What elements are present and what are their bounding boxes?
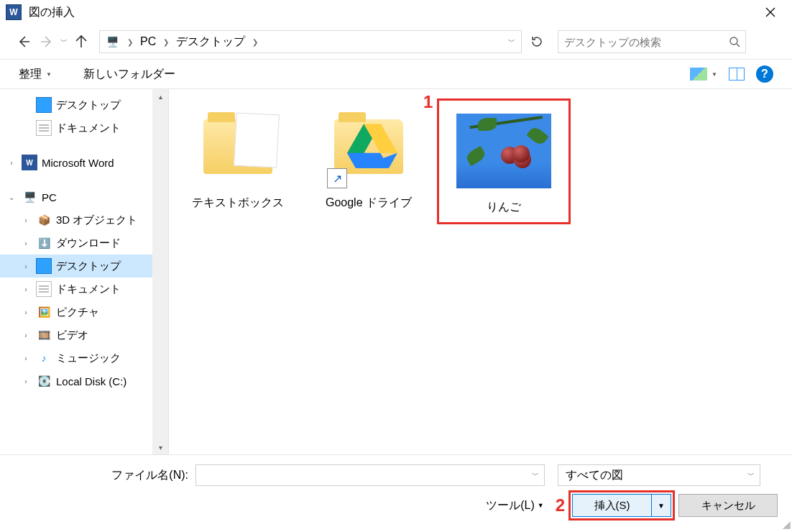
refresh-icon (530, 35, 543, 48)
tree-item[interactable]: ›🎞️ビデオ (0, 324, 152, 347)
pc-icon: 🖥️ (104, 34, 120, 50)
tree-item[interactable]: ›♪ミュージック (0, 347, 152, 370)
filetype-combo[interactable]: すべての図 ﹀ (558, 464, 760, 486)
resize-grip-icon[interactable]: ◢ (781, 520, 791, 531)
refresh-button[interactable] (526, 30, 548, 53)
close-icon (765, 7, 775, 17)
insert-button[interactable]: 挿入(S) ▼ (572, 494, 671, 517)
address-bar[interactable]: 🖥️ ❯ PC ❯ デスクトップ ❯ ﹀ (99, 30, 522, 53)
tools-menu[interactable]: ツール(L) ▼ (486, 498, 548, 513)
view-menu[interactable]: ▼ (684, 65, 723, 83)
filename-label: ファイル名(N): (0, 468, 195, 483)
image-item-selected[interactable]: 1 りんご (442, 104, 566, 219)
item-label: りんご (487, 200, 521, 215)
forward-button[interactable] (37, 32, 56, 51)
organize-menu[interactable]: 整理▼ (13, 64, 57, 85)
chevron-down-icon[interactable]: ﹀ (742, 470, 760, 480)
search-icon[interactable] (724, 36, 745, 47)
tree-item[interactable]: ドキュメント (0, 116, 152, 139)
tree-item[interactable]: ⌄🖥️PC (0, 185, 152, 208)
expand-icon[interactable]: › (20, 239, 32, 247)
chevron-down-icon: ▼ (538, 502, 544, 509)
breadcrumb-pc[interactable]: PC (136, 31, 160, 52)
expand-icon[interactable]: › (20, 331, 32, 339)
tree-item[interactable]: ›📦3D オブジェクト (0, 208, 152, 231)
folder-tree: デスクトップドキュメント›WMicrosoft Word⌄🖥️PC›📦3D オブ… (0, 89, 152, 397)
scroll-down-icon[interactable]: ▾ (152, 440, 168, 454)
search-box[interactable] (558, 30, 746, 53)
expand-icon[interactable]: › (20, 216, 32, 224)
new-folder-button[interactable]: 新しいフォルダー (78, 64, 181, 85)
recent-locations-button[interactable]: ﹀ (60, 37, 68, 47)
tree-item-label: ドキュメント (56, 283, 121, 296)
filename-combo[interactable]: ﹀ (195, 464, 545, 486)
expand-icon[interactable]: › (6, 159, 17, 167)
expand-icon[interactable]: ⌄ (6, 193, 17, 201)
tree-item-label: デスクトップ (56, 98, 121, 112)
callout-1: 1 (423, 92, 433, 112)
view-icon (690, 68, 707, 81)
breadcrumb-desktop[interactable]: デスクトップ (172, 31, 249, 52)
breadcrumb-sep-icon[interactable]: ❯ (124, 38, 136, 46)
folder-item[interactable]: テキストボックス (180, 104, 295, 211)
tree-item[interactable]: ›ドキュメント (0, 278, 152, 301)
cancel-button[interactable]: キャンセル (678, 494, 778, 517)
tree-item-label: PC (42, 191, 57, 203)
google-drive-icon (347, 124, 397, 168)
tree-item-label: ミュージック (56, 352, 121, 365)
navigation-row: ﹀ 🖥️ ❯ PC ❯ デスクトップ ❯ ﹀ (0, 24, 792, 59)
tree-item-label: ピクチャ (56, 306, 99, 319)
tree-item[interactable]: デスクトップ (0, 93, 152, 116)
expand-icon[interactable]: › (20, 377, 32, 385)
filetype-value: すべての図 (558, 468, 742, 483)
arrow-right-icon (40, 35, 54, 49)
arrow-left-icon (17, 35, 31, 49)
insert-button-main[interactable]: 挿入(S) (573, 495, 652, 516)
expand-icon[interactable]: › (20, 262, 32, 270)
scroll-up-icon[interactable]: ▴ (152, 89, 168, 104)
arrow-up-icon (74, 35, 88, 49)
title-bar: W 図の挿入 (0, 0, 792, 24)
item-label: テキストボックス (192, 196, 284, 211)
preview-pane-icon (729, 68, 745, 81)
close-button[interactable] (755, 1, 786, 23)
gdrive-thumbnail: ↗ (321, 104, 416, 190)
command-bar: 整理▼ 新しいフォルダー ▼ ? (0, 59, 792, 89)
chevron-down-icon[interactable]: ﹀ (527, 470, 544, 480)
breadcrumb-sep-icon[interactable]: ❯ (249, 38, 261, 46)
up-button[interactable] (72, 32, 91, 51)
tree-item[interactable]: ›デスクトップ (0, 254, 152, 278)
breadcrumb-sep-icon[interactable]: ❯ (160, 38, 172, 46)
expand-icon[interactable]: › (20, 285, 32, 293)
word-app-icon: W (6, 4, 22, 20)
tree-item[interactable]: ›WMicrosoft Word (0, 151, 152, 174)
help-icon: ? (756, 65, 773, 83)
tree-item-label: ドキュメント (56, 121, 121, 135)
shortcut-item[interactable]: ↗ Google ドライブ (311, 104, 426, 211)
tree-item[interactable]: ›⬇️ダウンロード (0, 231, 152, 254)
window-title: 図の挿入 (29, 5, 75, 20)
tree-item-label: Microsoft Word (42, 157, 114, 169)
address-dropdown[interactable]: ﹀ (501, 31, 521, 52)
file-list[interactable]: テキストボックス ↗ Google ドライブ 1 (168, 89, 792, 454)
shortcut-arrow-icon: ↗ (327, 168, 347, 188)
folder-thumbnail (190, 104, 285, 190)
callout-2: 2 (556, 495, 565, 515)
tree-item-label: ダウンロード (56, 237, 121, 250)
svg-marker-4 (347, 153, 389, 168)
expand-icon[interactable]: › (20, 308, 32, 316)
tree-item-label: Local Disk (C:) (56, 375, 126, 387)
item-label: Google ドライブ (326, 196, 412, 211)
address-root[interactable]: 🖥️ (100, 31, 124, 52)
tree-item[interactable]: ›🖼️ピクチャ (0, 301, 152, 324)
tree-item[interactable]: ›💽Local Disk (C:) (0, 370, 152, 393)
preview-pane-button[interactable] (723, 65, 750, 83)
search-input[interactable] (558, 31, 724, 52)
insert-button-dropdown[interactable]: ▼ (652, 502, 671, 510)
help-button[interactable]: ? (750, 63, 779, 86)
nav-scrollbar[interactable]: ▴ ▾ (152, 89, 168, 454)
bottom-panel: ファイル名(N): ﹀ すべての図 ﹀ ツール(L) ▼ 2 挿入(S) ▼ キ… (0, 454, 792, 532)
expand-icon[interactable]: › (20, 354, 32, 362)
back-button[interactable] (14, 32, 33, 51)
tree-item-label: ビデオ (56, 329, 88, 342)
